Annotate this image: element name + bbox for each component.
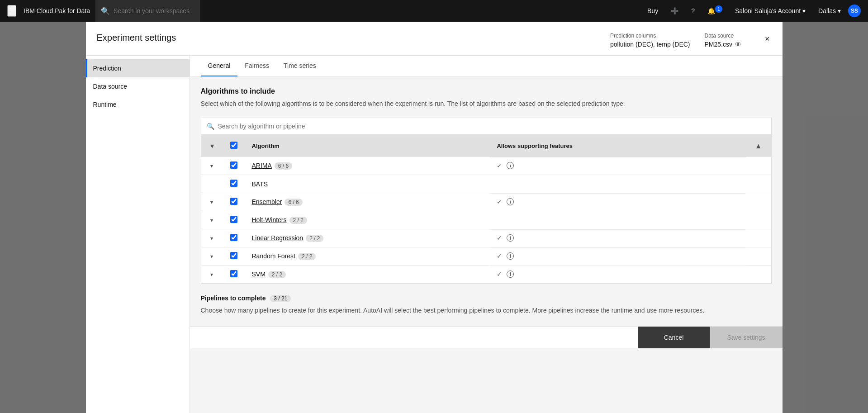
cancel-button[interactable]: Cancel	[638, 327, 710, 348]
modal-title: Experiment settings	[97, 33, 176, 43]
table-row: BATS	[201, 175, 771, 193]
linear-regression-checkbox[interactable]	[230, 234, 237, 241]
algorithm-search-input[interactable]	[218, 118, 766, 134]
algorithm-table: ▾ Algorithm Allows supporting features	[201, 135, 772, 284]
algorithms-section-desc: Select which of the following algorithms…	[201, 99, 772, 109]
save-settings-button[interactable]: Save settings	[710, 327, 783, 348]
svm-info-icon[interactable]: i	[507, 271, 514, 278]
prediction-columns-label: Prediction columns	[610, 33, 690, 39]
sidebar-item-data-source-label: Data source	[93, 83, 127, 90]
ensembler-features-check-icon: ✓	[497, 198, 502, 205]
modal-header: Experiment settings Prediction columns p…	[86, 22, 783, 56]
table-row: ▾Holt-Winters2 / 2	[201, 211, 771, 229]
avatar: SS	[848, 5, 861, 17]
location-button[interactable]: Dallas ▾	[813, 0, 846, 22]
search-wrap: 🔍	[95, 0, 367, 22]
random-forest-count: 2 / 2	[298, 253, 316, 260]
ensembler-count: 6 / 6	[285, 199, 302, 206]
bats-checkbox[interactable]	[230, 180, 237, 187]
random-forest-checkbox[interactable]	[230, 252, 237, 259]
algorithms-section-title: Algorithms to include	[201, 87, 772, 95]
data-source-label: Data source	[705, 33, 741, 39]
arima-features-check-icon: ✓	[497, 162, 502, 169]
ensembler-info-icon[interactable]: i	[507, 198, 514, 205]
pipelines-badge: 3 / 21	[270, 295, 291, 302]
bats-name[interactable]: BATS	[252, 180, 268, 188]
expand-svm-button[interactable]: ▾	[209, 271, 215, 279]
tab-general[interactable]: General	[201, 56, 238, 76]
sidebar: Prediction Data source Runtime	[86, 56, 190, 413]
notifications-button[interactable]: 🔔 1	[702, 0, 728, 22]
svm-count: 2 / 2	[268, 271, 286, 278]
holt-winters-name[interactable]: Holt-Winters	[252, 216, 287, 223]
expand-holt-winters-button[interactable]: ▾	[209, 216, 215, 224]
brand-name: IBM Cloud Pak for Data	[24, 7, 90, 14]
help-button[interactable]: ?	[686, 0, 700, 22]
holt-winters-checkbox[interactable]	[230, 216, 237, 223]
arima-checkbox[interactable]	[230, 161, 237, 169]
data-source-field: Data source PM25.csv 👁	[705, 33, 741, 48]
sidebar-item-prediction-label: Prediction	[93, 65, 121, 72]
linear-regression-info-icon[interactable]: i	[507, 234, 514, 242]
expand-linear-regression-button[interactable]: ▾	[209, 234, 215, 242]
table-row: ▾Random Forest2 / 2✓i	[201, 247, 771, 266]
arima-info-icon[interactable]: i	[507, 162, 514, 169]
close-button[interactable]: ×	[763, 33, 772, 46]
content-inner: Algorithms to include Select which of th…	[190, 76, 783, 326]
prediction-columns-value: pollution (DEC), temp (DEC)	[610, 41, 690, 48]
algorithm-search-wrap: 🔍	[201, 118, 772, 135]
sidebar-item-prediction[interactable]: Prediction	[86, 59, 190, 77]
expand-ensembler-button[interactable]: ▾	[209, 198, 215, 206]
pipelines-desc: Choose how many pipelines to create for …	[201, 306, 772, 315]
linear-regression-count: 2 / 2	[306, 235, 323, 242]
expand-arima-button[interactable]: ▾	[209, 162, 215, 170]
top-navigation: ☰ IBM Cloud Pak for Data 🔍 Buy ➕ ? 🔔 1 S…	[0, 0, 868, 22]
prediction-columns-field: Prediction columns pollution (DEC), temp…	[610, 33, 690, 48]
arima-count: 6 / 6	[275, 162, 292, 170]
col-algorithm: Algorithm	[245, 135, 490, 157]
table-row: ▾Linear Regression2 / 2✓i	[201, 229, 771, 247]
modal-footer: Cancel Save settings	[190, 326, 783, 348]
data-source-value: PM25.csv	[705, 41, 732, 48]
table-row: ▾Ensembler6 / 6✓i	[201, 193, 771, 211]
add-icon-button[interactable]: ➕	[665, 0, 684, 22]
select-all-checkbox[interactable]	[230, 142, 237, 149]
tab-time-series[interactable]: Time series	[276, 56, 323, 76]
sidebar-item-runtime[interactable]: Runtime	[86, 95, 190, 114]
ensembler-checkbox[interactable]	[230, 198, 237, 205]
table-row: ▾SVM2 / 2✓i	[201, 266, 771, 284]
expand-random-forest-button[interactable]: ▾	[209, 252, 215, 261]
ensembler-name[interactable]: Ensembler	[252, 198, 282, 205]
arima-name[interactable]: ARIMA	[252, 162, 272, 169]
sidebar-item-data-source[interactable]: Data source	[86, 77, 190, 95]
notification-badge: 1	[715, 5, 722, 13]
experiment-settings-modal: Experiment settings Prediction columns p…	[86, 22, 783, 413]
table-collapse-button[interactable]: ▾	[209, 140, 216, 152]
linear-regression-name[interactable]: Linear Regression	[252, 234, 304, 242]
content-area: General Fairness Time series Algorithms …	[190, 56, 783, 413]
col-features: Allows supporting features	[489, 135, 745, 157]
modal-body: Prediction Data source Runtime General	[86, 56, 783, 413]
tabs: General Fairness Time series	[190, 56, 783, 76]
hamburger-menu[interactable]: ☰	[7, 5, 16, 17]
user-account-button[interactable]: Saloni Saluja's Account ▾	[730, 0, 811, 22]
random-forest-info-icon[interactable]: i	[507, 252, 514, 260]
linear-regression-features-check-icon: ✓	[497, 234, 502, 242]
sidebar-item-runtime-label: Runtime	[93, 101, 117, 108]
buy-button[interactable]: Buy	[642, 0, 664, 22]
nav-right: Buy ➕ ? 🔔 1 Saloni Saluja's Account ▾ Da…	[642, 0, 861, 22]
search-input[interactable]	[95, 0, 200, 22]
eye-icon[interactable]: 👁	[735, 41, 741, 48]
algo-search-icon: 🔍	[207, 123, 214, 130]
random-forest-name[interactable]: Random Forest	[252, 252, 295, 260]
svm-name[interactable]: SVM	[252, 271, 266, 278]
random-forest-features-check-icon: ✓	[497, 252, 502, 260]
table-row: ▾ARIMA6 / 6✓i	[201, 157, 771, 175]
holt-winters-count: 2 / 2	[289, 217, 307, 224]
modal-overlay: Experiment settings Prediction columns p…	[0, 22, 868, 413]
table-scroll-up-button[interactable]: ▲	[753, 140, 764, 152]
tab-fairness[interactable]: Fairness	[237, 56, 276, 76]
pipelines-section: Pipelines to complete 3 / 21 Choose how …	[201, 294, 772, 315]
search-icon: 🔍	[101, 7, 110, 15]
svm-checkbox[interactable]	[230, 270, 237, 277]
